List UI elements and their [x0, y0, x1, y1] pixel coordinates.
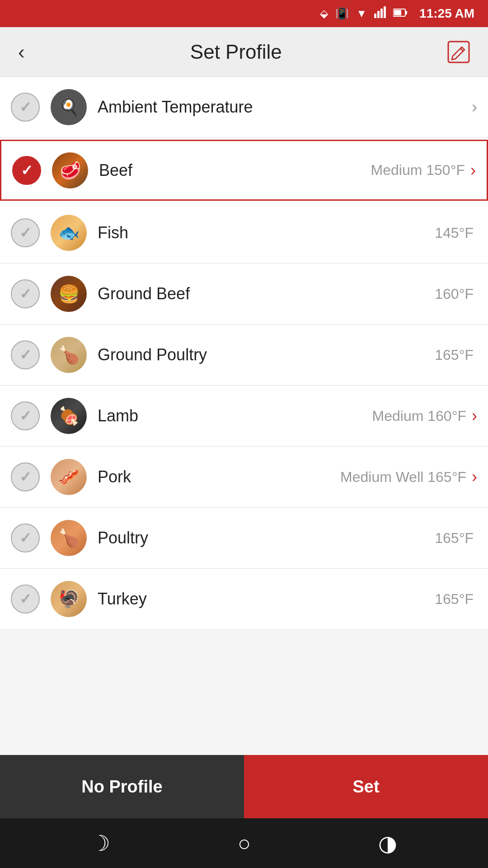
- food-name-ground-poultry: Ground Poultry: [98, 345, 435, 364]
- profile-list: ✓ 🍳 Ambient Temperature › ✓ 🥩 Beef Mediu…: [0, 77, 488, 630]
- check-icon: ✓: [19, 285, 32, 302]
- food-name-turkey: Turkey: [98, 590, 435, 609]
- food-image-poultry: 🍗: [51, 520, 87, 556]
- check-circle-beef: ✓: [12, 156, 41, 185]
- chevron-right-icon: ›: [472, 406, 477, 425]
- food-name-ground-beef: Ground Beef: [98, 284, 435, 303]
- list-item-poultry[interactable]: ✓ 🍗 Poultry 165°F: [0, 508, 488, 569]
- food-temp-poultry: 165°F: [435, 530, 474, 547]
- check-icon: ✓: [19, 590, 32, 608]
- no-profile-label: No Profile: [81, 777, 162, 797]
- list-item-ground-beef[interactable]: ✓ 🍔 Ground Beef 160°F: [0, 264, 488, 325]
- food-image-ground-beef: 🍔: [51, 276, 87, 312]
- page-title: Set Profile: [190, 41, 282, 63]
- battery-icon: [393, 7, 408, 20]
- check-circle-poultry: ✓: [11, 524, 40, 552]
- check-circle-fish: ✓: [11, 218, 40, 247]
- header: ‹ Set Profile: [0, 27, 488, 77]
- food-name-ambient: Ambient Temperature: [98, 98, 472, 117]
- nav-icon-back[interactable]: ◑: [378, 830, 397, 856]
- list-item-ground-poultry[interactable]: ✓ 🍗 Ground Poultry 165°F: [0, 325, 488, 386]
- food-image-fish: 🐟: [51, 215, 87, 251]
- food-image-lamb: 🍖: [51, 398, 87, 434]
- set-label: Set: [352, 777, 379, 797]
- food-temp-beef: Medium 150°F: [371, 162, 465, 179]
- set-button[interactable]: Set: [244, 755, 488, 818]
- chevron-right-icon: ›: [472, 467, 477, 486]
- food-name-pork: Pork: [98, 467, 340, 486]
- check-icon: ✓: [19, 346, 32, 363]
- food-temp-fish: 145°F: [435, 225, 474, 241]
- food-temp-turkey: 165°F: [435, 591, 474, 608]
- bottom-nav: ☽ ○ ◑: [0, 818, 488, 868]
- check-circle-pork: ✓: [11, 462, 40, 491]
- svg-rect-1: [377, 11, 380, 18]
- list-item-lamb[interactable]: ✓ 🍖 Lamb Medium 160°F ›: [0, 386, 488, 447]
- svg-rect-0: [374, 14, 376, 18]
- svg-rect-2: [380, 9, 383, 18]
- check-circle-ambient: ✓: [11, 93, 40, 122]
- check-circle-turkey: ✓: [11, 585, 40, 613]
- signal-icon: [374, 6, 386, 21]
- edit-icon: [446, 40, 471, 64]
- svg-rect-3: [384, 6, 386, 18]
- bluetooth-icon: ⬙: [320, 7, 328, 20]
- check-circle-lamb: ✓: [11, 401, 40, 430]
- list-item[interactable]: ✓ 🍳 Ambient Temperature ›: [0, 77, 488, 138]
- food-temp-pork: Medium Well 165°F: [340, 469, 466, 486]
- list-item-turkey[interactable]: ✓ 🦃 Turkey 165°F: [0, 569, 488, 630]
- svg-rect-5: [394, 10, 401, 15]
- no-profile-button[interactable]: No Profile: [0, 755, 244, 818]
- chevron-right-icon: ›: [472, 98, 477, 117]
- food-image-beef: 🥩: [52, 152, 88, 189]
- check-icon: ✓: [19, 407, 32, 425]
- nav-icon-home[interactable]: ○: [238, 831, 251, 856]
- nav-icon-crescent[interactable]: ☽: [91, 830, 110, 856]
- list-item-pork[interactable]: ✓ 🥓 Pork Medium Well 165°F ›: [0, 447, 488, 508]
- check-icon: ✓: [19, 224, 32, 241]
- wifi-icon: ▼: [356, 7, 367, 20]
- check-icon: ✓: [19, 468, 32, 486]
- list-item-beef[interactable]: ✓ 🥩 Beef Medium 150°F ›: [0, 140, 488, 201]
- vibrate-icon: 📳: [335, 7, 349, 20]
- check-circle-ground-beef: ✓: [11, 279, 40, 308]
- food-temp-lamb: Medium 160°F: [372, 408, 466, 425]
- food-name-poultry: Poultry: [98, 528, 435, 547]
- chevron-right-icon: ›: [470, 161, 476, 180]
- food-image-ground-poultry: 🍗: [51, 337, 87, 373]
- food-image-pork: 🥓: [51, 459, 87, 495]
- back-button[interactable]: ‹: [14, 38, 29, 66]
- status-icons: ⬙ 📳 ▼ 11:25 AM: [320, 6, 474, 21]
- check-icon: ✓: [21, 162, 33, 179]
- food-name-beef: Beef: [99, 161, 371, 180]
- status-bar: ⬙ 📳 ▼ 11:25 AM: [0, 0, 488, 27]
- bottom-buttons: No Profile Set: [0, 755, 488, 818]
- food-temp-ground-poultry: 165°F: [435, 347, 474, 363]
- svg-rect-6: [406, 11, 407, 14]
- check-circle-ground-poultry: ✓: [11, 340, 40, 369]
- list-item-fish[interactable]: ✓ 🐟 Fish 145°F: [0, 203, 488, 264]
- check-icon: ✓: [19, 529, 32, 547]
- status-time: 11:25 AM: [419, 6, 474, 21]
- svg-rect-7: [448, 42, 469, 62]
- food-image-ambient: 🍳: [51, 89, 87, 125]
- food-image-turkey: 🦃: [51, 581, 87, 617]
- food-temp-ground-beef: 160°F: [435, 286, 474, 302]
- edit-button[interactable]: [443, 36, 474, 68]
- food-name-fish: Fish: [98, 223, 435, 242]
- check-icon: ✓: [19, 99, 32, 116]
- food-name-lamb: Lamb: [98, 406, 372, 425]
